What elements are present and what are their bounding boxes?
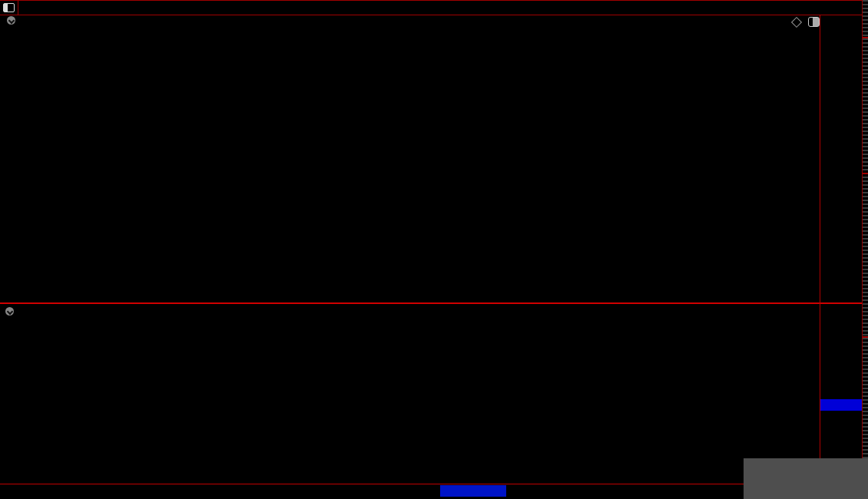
selected-date-badge bbox=[440, 485, 506, 497]
indicator-header bbox=[2, 306, 17, 317]
top-toolbar bbox=[0, 0, 868, 15]
date-axis[interactable] bbox=[0, 484, 868, 498]
sidebar-divider bbox=[863, 336, 868, 338]
panel-separator[interactable] bbox=[0, 302, 868, 304]
last-value-badge bbox=[820, 399, 863, 411]
watermark bbox=[744, 458, 868, 499]
right-edge-sidebar[interactable] bbox=[862, 0, 868, 499]
indicator-panel[interactable] bbox=[0, 319, 820, 470]
sidebar-divider bbox=[863, 173, 868, 174]
window-split-icon bbox=[3, 3, 15, 12]
trading-app-window: { "toolbar": { "periods": [ {"label":"分时… bbox=[0, 0, 868, 499]
app-menu-button[interactable] bbox=[0, 1, 18, 15]
indicator-chart bbox=[0, 319, 820, 470]
collapse-indicator-icon[interactable] bbox=[5, 307, 14, 316]
sidebar-divider bbox=[863, 37, 868, 38]
candlestick-chart[interactable] bbox=[0, 25, 820, 302]
chevron-down-icon[interactable] bbox=[7, 16, 15, 25]
price-axis-line bbox=[820, 15, 820, 499]
